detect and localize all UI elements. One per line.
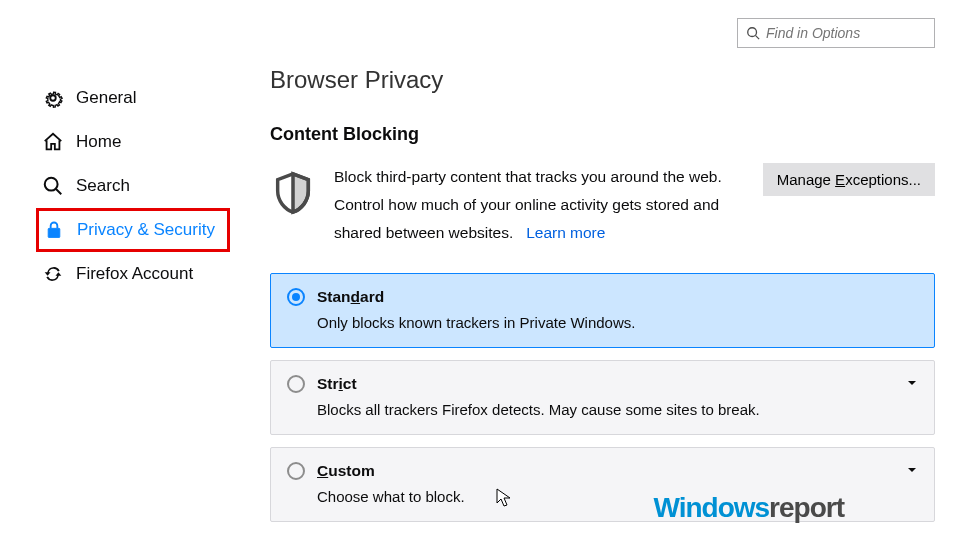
sidebar-item-search[interactable]: Search (36, 164, 230, 208)
blocking-description: Block third-party content that tracks yo… (334, 163, 735, 247)
radio-strict[interactable] (287, 375, 305, 393)
sidebar-label: Firefox Account (76, 264, 193, 284)
sync-icon (42, 263, 64, 285)
section-title: Content Blocking (270, 124, 935, 145)
lock-icon (43, 219, 65, 241)
option-strict[interactable]: Strict Blocks all trackers Firefox detec… (270, 360, 935, 435)
sidebar-label: Privacy & Security (77, 220, 215, 240)
svg-line-1 (756, 36, 760, 40)
sidebar-item-privacy-security[interactable]: Privacy & Security (36, 208, 230, 252)
svg-line-3 (56, 189, 62, 195)
option-desc: Blocks all trackers Firefox detects. May… (317, 401, 918, 418)
radio-standard[interactable] (287, 288, 305, 306)
chevron-down-icon[interactable] (906, 462, 918, 480)
home-icon (42, 131, 64, 153)
chevron-down-icon[interactable] (906, 375, 918, 393)
option-title: Custom (317, 462, 375, 480)
option-desc: Only blocks known trackers in Private Wi… (317, 314, 918, 331)
sidebar-item-firefox-account[interactable]: Firefox Account (36, 252, 230, 296)
radio-custom[interactable] (287, 462, 305, 480)
svg-rect-4 (48, 228, 60, 237)
search-box[interactable] (737, 18, 935, 48)
learn-more-link[interactable]: Learn more (526, 224, 605, 241)
option-standard[interactable]: Standard Only blocks known trackers in P… (270, 273, 935, 348)
sidebar-item-home[interactable]: Home (36, 120, 230, 164)
page-title: Browser Privacy (270, 66, 935, 94)
main-content: Browser Privacy Content Blocking Block t… (230, 66, 961, 534)
gear-icon (42, 87, 64, 109)
sidebar-label: Home (76, 132, 121, 152)
option-title: Standard (317, 288, 384, 306)
sidebar-item-general[interactable]: General (36, 76, 230, 120)
option-custom[interactable]: Custom Choose what to block. Windowsrepo… (270, 447, 935, 522)
svg-point-0 (748, 28, 757, 37)
sidebar: General Home Search (0, 66, 230, 534)
shield-icon (270, 163, 316, 223)
watermark: Windowsreport (653, 492, 844, 524)
sidebar-label: General (76, 88, 136, 108)
svg-point-2 (45, 178, 58, 191)
search-icon (746, 26, 760, 40)
search-icon (42, 175, 64, 197)
option-title: Strict (317, 375, 357, 393)
sidebar-label: Search (76, 176, 130, 196)
search-input[interactable] (766, 25, 926, 41)
manage-exceptions-button[interactable]: Manage Exceptions... (763, 163, 935, 196)
